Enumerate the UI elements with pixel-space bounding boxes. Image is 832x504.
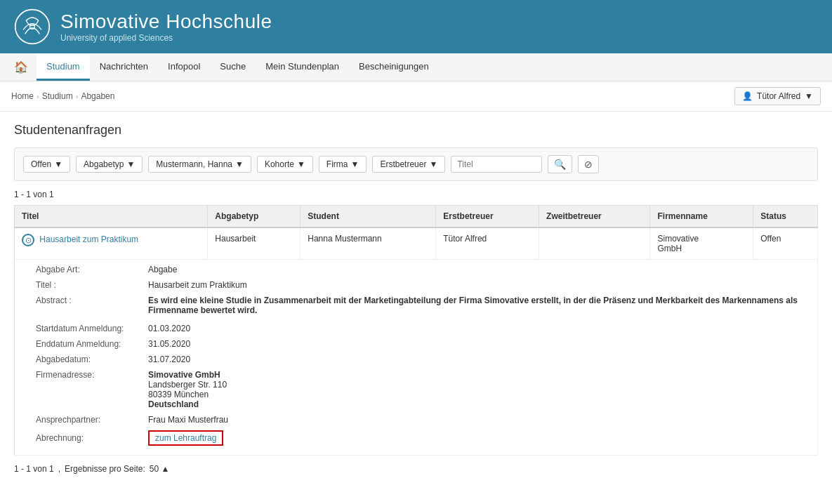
svg-point-0 xyxy=(15,10,50,44)
detail-row-startdatum: Startdatum Anmeldung: 01.03.2020 xyxy=(15,317,818,336)
user-menu-button[interactable]: 👤 Tütor Alfred ▼ xyxy=(734,87,821,105)
detail-titel-value: Hausarbeit zum Praktikum xyxy=(148,280,247,290)
detail-row-abstract: Abstract : Es wird eine kleine Studie in… xyxy=(15,292,818,317)
reset-button[interactable]: ⊘ xyxy=(578,155,599,173)
abrechnung-link[interactable]: zum Lehrauftrag xyxy=(155,433,216,443)
header-title-block: Simovative Hochschule University of appl… xyxy=(60,11,272,43)
detail-row-abrechnung: Abrechnung: zum Lehrauftrag xyxy=(15,427,818,456)
cell-titel: ⊙ Hausarbeit zum Praktikum xyxy=(15,227,208,260)
cell-zweitbetreuer xyxy=(539,227,650,260)
detail-abstract-label: Abstract : xyxy=(36,296,148,315)
detail-abrechnung-label: Abrechnung: xyxy=(36,433,148,443)
col-firmenname: Firmenname xyxy=(650,206,753,228)
detail-firmenadresse-value: Simovative GmbH Landsberger Str. 110 803… xyxy=(148,370,227,409)
nav-item-nachrichten[interactable]: Nachrichten xyxy=(90,54,158,81)
nav-item-suche[interactable]: Suche xyxy=(210,54,256,81)
titel-link[interactable]: Hausarbeit zum Praktikum xyxy=(39,234,138,244)
detail-row-abgabedatum: Abgabedatum: 31.07.2020 xyxy=(15,351,818,366)
results-table: Titel Abgabetyp Student Erstbetreuer Zwe… xyxy=(14,205,818,456)
detail-abgabeart-value: Abgabe xyxy=(148,265,177,274)
detail-row-ansprechpartner: Ansprechpartner: Frau Maxi Musterfrau xyxy=(15,411,818,427)
user-dropdown-icon: ▼ xyxy=(805,91,813,101)
col-student: Student xyxy=(301,206,436,228)
filter-student-arrow: ▼ xyxy=(235,159,244,169)
cell-firmenname: SimovativeGmbH xyxy=(650,227,753,260)
detail-row-firmenadresse: Firmenadresse: Simovative GmbH Landsberg… xyxy=(15,366,818,411)
col-titel: Titel xyxy=(15,206,208,228)
detail-abstract-value: Es wird eine kleine Studie in Zusammenar… xyxy=(148,296,810,315)
breadcrumb-abgaben: Abgaben xyxy=(81,91,114,101)
detail-row-titel: Titel : Hausarbeit zum Praktikum xyxy=(15,277,818,292)
breadcrumb-sep-2: › xyxy=(76,92,79,100)
nav-item-studium[interactable]: Studium xyxy=(37,54,90,81)
filter-offen-arrow: ▼ xyxy=(54,159,62,169)
university-logo xyxy=(14,8,51,45)
filter-bar: Offen ▼ Abgabetyp ▼ Mustermann, Hanna ▼ … xyxy=(14,147,818,181)
filter-abgabetyp[interactable]: Abgabetyp ▼ xyxy=(76,156,143,173)
filter-erstbetreuer[interactable]: Erstbetreuer ▼ xyxy=(372,156,445,173)
breadcrumb-studium[interactable]: Studium xyxy=(42,91,73,101)
detail-ansprechpartner-value: Frau Maxi Musterfrau xyxy=(148,415,228,425)
filter-student[interactable]: Mustermann, Hanna ▼ xyxy=(148,156,251,173)
filter-erstbetreuer-arrow: ▼ xyxy=(429,159,437,169)
results-count: 1 - 1 von 1 xyxy=(14,190,818,199)
detail-enddatum-value: 31.05.2020 xyxy=(148,339,190,349)
user-label: Tütor Alfred xyxy=(757,91,800,101)
detail-row-abgabeart: Abgabe Art: Abgabe xyxy=(15,260,818,277)
col-status: Status xyxy=(753,206,818,228)
col-abgabetyp: Abgabetyp xyxy=(208,206,301,228)
cell-abgabetyp: Hausarbeit xyxy=(208,227,301,260)
filter-offen-label: Offen xyxy=(31,159,51,169)
pagination-per-page-label: Ergebnisse pro Seite: xyxy=(65,464,145,474)
pagination: 1 - 1 von 1 , Ergebnisse pro Seite: 50 ▲ xyxy=(14,464,818,474)
detail-titel-label: Titel : xyxy=(36,280,148,290)
title-search-input[interactable] xyxy=(451,156,542,173)
university-subtitle: University of applied Sciences xyxy=(60,33,272,43)
table-header-row: Titel Abgabetyp Student Erstbetreuer Zwe… xyxy=(15,206,818,228)
col-erstbetreuer: Erstbetreuer xyxy=(436,206,539,228)
main-content: Studentenanfragen Offen ▼ Abgabetyp ▼ Mu… xyxy=(0,112,832,485)
filter-offen[interactable]: Offen ▼ xyxy=(23,156,70,173)
detail-startdatum-value: 01.03.2020 xyxy=(148,324,190,333)
main-nav: 🏠 Studium Nachrichten Infopool Suche Mei… xyxy=(0,53,832,81)
university-name: Simovative Hochschule xyxy=(60,11,272,33)
abrechnung-link-box: zum Lehrauftrag xyxy=(148,430,223,446)
pagination-per-page-value[interactable]: 50 ▲ xyxy=(150,464,170,474)
detail-firmenadresse-label: Firmenadresse: xyxy=(36,370,148,409)
breadcrumb-sep-1: › xyxy=(37,92,39,100)
detail-abgabedatum-value: 31.07.2020 xyxy=(148,354,190,364)
filter-student-label: Mustermann, Hanna xyxy=(156,159,232,169)
search-button[interactable]: 🔍 xyxy=(548,155,572,173)
filter-erstbetreuer-label: Erstbetreuer xyxy=(380,159,426,169)
filter-firma-arrow: ▼ xyxy=(351,159,359,169)
breadcrumb: Home › Studium › Abgaben xyxy=(11,91,114,101)
nav-item-infopool[interactable]: Infopool xyxy=(158,54,210,81)
nav-item-bescheinigungen[interactable]: Bescheinigungen xyxy=(349,54,439,81)
table-row: ⊙ Hausarbeit zum Praktikum Hausarbeit Ha… xyxy=(15,227,818,260)
user-icon: 👤 xyxy=(742,91,753,101)
home-nav-icon[interactable]: 🏠 xyxy=(6,53,37,81)
pagination-per-page-arrow: ▲ xyxy=(161,464,169,474)
cell-student: Hanna Mustermann xyxy=(301,227,436,260)
filter-kohorte[interactable]: Kohorte ▼ xyxy=(257,156,313,173)
filter-firma-label: Firma xyxy=(326,159,348,169)
row-expand-icon[interactable]: ⊙ xyxy=(22,234,34,246)
header: Simovative Hochschule University of appl… xyxy=(0,0,832,53)
breadcrumb-home[interactable]: Home xyxy=(11,91,34,101)
detail-enddatum-label: Enddatum Anmeldung: xyxy=(36,339,148,349)
detail-startdatum-label: Startdatum Anmeldung: xyxy=(36,324,148,333)
cell-status: Offen xyxy=(753,227,818,260)
pagination-per-page-number: 50 xyxy=(150,464,159,474)
nav-item-stundenplan[interactable]: Mein Stundenplan xyxy=(256,54,349,81)
detail-ansprechpartner-label: Ansprechpartner: xyxy=(36,415,148,425)
detail-row-enddatum: Enddatum Anmeldung: 31.05.2020 xyxy=(15,336,818,351)
filter-kohorte-arrow: ▼ xyxy=(297,159,305,169)
filter-kohorte-label: Kohorte xyxy=(265,159,294,169)
pagination-count: 1 - 1 von 1 xyxy=(14,464,54,474)
filter-firma[interactable]: Firma ▼ xyxy=(319,156,367,173)
detail-abgabeart-label: Abgabe Art: xyxy=(36,265,148,274)
page-title: Studentenanfragen xyxy=(14,123,818,138)
filter-abgabetyp-label: Abgabetyp xyxy=(84,159,124,169)
detail-abgabedatum-label: Abgabedatum: xyxy=(36,354,148,364)
cell-erstbetreuer: Tütor Alfred xyxy=(436,227,539,260)
